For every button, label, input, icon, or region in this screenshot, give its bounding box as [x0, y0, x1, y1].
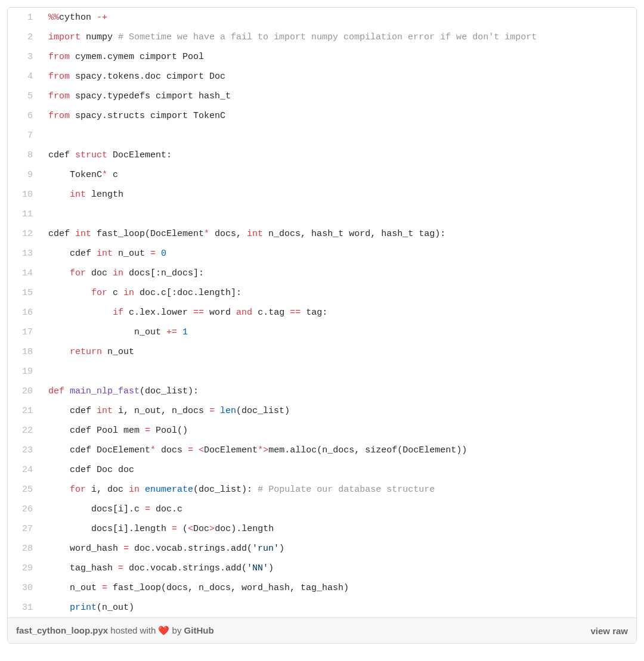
code-token: # Sometime we have a fail to import nump… — [118, 32, 537, 42]
line-number[interactable]: 31 — [8, 598, 41, 617]
code-token: = — [118, 563, 123, 573]
code-line: cdef Doc doc — [41, 460, 636, 480]
view-raw-link[interactable]: view raw — [590, 626, 628, 636]
code-token: 'run' — [252, 544, 279, 554]
code-token: print — [70, 603, 97, 613]
code-token: c — [107, 170, 118, 180]
code-token: # Populate our database structure — [258, 485, 435, 495]
line-number[interactable]: 18 — [8, 342, 41, 362]
line-number[interactable]: 10 — [8, 185, 41, 204]
code-token: doc.c[:doc.length]: — [134, 288, 242, 298]
line-number[interactable]: 23 — [8, 440, 41, 460]
code-token — [48, 308, 113, 318]
line-number[interactable]: 26 — [8, 499, 41, 519]
code-token — [48, 347, 70, 357]
line-number[interactable]: 6 — [8, 106, 41, 126]
code-line: import numpy # Sometime we have a fail t… — [41, 27, 636, 47]
hosted-with-text: hosted with — [108, 625, 158, 635]
code-token: ) — [279, 544, 284, 554]
code-row: 19 — [8, 362, 636, 381]
line-number[interactable]: 22 — [8, 421, 41, 440]
line-number[interactable]: 12 — [8, 224, 41, 244]
code-line: cdef Pool mem = Pool() — [41, 421, 636, 440]
code-token: 0 — [161, 249, 166, 259]
code-token: 1 — [182, 327, 188, 337]
line-number[interactable]: 3 — [8, 47, 41, 67]
filename-link[interactable]: fast_cython_loop.pyx — [16, 625, 108, 635]
line-number[interactable]: 1 — [8, 8, 41, 27]
line-number[interactable]: 7 — [8, 126, 41, 145]
code-token: docs, — [209, 229, 247, 239]
code-token: i, n_out, n_docs — [113, 406, 209, 416]
code-token: spacy.tokens.doc cimport Doc — [70, 72, 225, 82]
line-number[interactable]: 4 — [8, 67, 41, 86]
line-number[interactable]: 17 — [8, 322, 41, 342]
line-number[interactable]: 15 — [8, 283, 41, 303]
code-line: cdef int fast_loop(DocElement* docs, int… — [41, 224, 636, 244]
line-number[interactable]: 27 — [8, 519, 41, 539]
line-number[interactable]: 24 — [8, 460, 41, 480]
line-number[interactable]: 28 — [8, 539, 41, 558]
line-number[interactable]: 13 — [8, 244, 41, 263]
code-token: docs[:n_docs]: — [123, 268, 204, 278]
code-table: 1%%cython -+2import numpy # Sometime we … — [8, 8, 636, 617]
line-number[interactable]: 29 — [8, 558, 41, 578]
code-token: doc.vocab.strings.add( — [123, 563, 247, 573]
line-number[interactable]: 21 — [8, 401, 41, 421]
heart-icon: ❤️ — [158, 625, 169, 635]
code-gist: 1%%cython -+2import numpy # Sometime we … — [7, 7, 637, 644]
code-token: c — [107, 288, 123, 298]
code-line: %%cython -+ — [41, 8, 636, 27]
code-row: 15 for c in doc.c[:doc.length]: — [8, 283, 636, 303]
code-token: * — [102, 170, 107, 180]
line-number[interactable]: 20 — [8, 381, 41, 401]
code-token: doc.c — [150, 504, 182, 514]
code-token: from — [48, 111, 70, 121]
code-token — [177, 327, 182, 337]
gist-meta-bar: fast_cython_loop.pyx hosted with ❤️ by G… — [8, 617, 636, 643]
code-token: Doc — [193, 524, 209, 534]
code-token: = — [102, 583, 107, 593]
code-token: cython — [59, 13, 97, 23]
code-line: cdef int n_out = 0 — [41, 244, 636, 263]
code-token: for — [70, 485, 86, 495]
line-number[interactable]: 14 — [8, 263, 41, 283]
code-row: 23 cdef DocElement* docs = <DocElement*>… — [8, 440, 636, 460]
line-number[interactable]: 25 — [8, 480, 41, 499]
code-token: and — [236, 308, 252, 318]
line-number[interactable]: 19 — [8, 362, 41, 381]
code-token: word — [204, 308, 236, 318]
code-row: 29 tag_hash = doc.vocab.strings.add('NN'… — [8, 558, 636, 578]
host-link[interactable]: GitHub — [184, 625, 214, 635]
code-token: def — [48, 386, 64, 396]
code-token: > — [209, 524, 215, 534]
line-number[interactable]: 11 — [8, 204, 41, 224]
code-token: word_hash — [48, 544, 123, 554]
code-line: n_out += 1 — [41, 322, 636, 342]
line-number[interactable]: 2 — [8, 27, 41, 47]
code-row: 13 cdef int n_out = 0 — [8, 244, 636, 263]
code-row: 22 cdef Pool mem = Pool() — [8, 421, 636, 440]
code-token: n_out — [48, 583, 102, 593]
code-token: == — [193, 308, 204, 318]
code-token: from — [48, 72, 70, 82]
line-number[interactable]: 5 — [8, 86, 41, 106]
code-row: 2import numpy # Sometime we have a fail … — [8, 27, 636, 47]
code-token: int — [247, 229, 263, 239]
code-row: 28 word_hash = doc.vocab.strings.add('ru… — [8, 539, 636, 558]
line-number[interactable]: 30 — [8, 578, 41, 598]
line-number[interactable]: 9 — [8, 165, 41, 185]
code-token: TokenC — [48, 170, 102, 180]
code-token: int — [70, 190, 86, 200]
code-token: in — [123, 288, 134, 298]
code-row: 24 cdef Doc doc — [8, 460, 636, 480]
line-number[interactable]: 16 — [8, 303, 41, 322]
code-token: from — [48, 91, 70, 101]
code-line: n_out = fast_loop(docs, n_docs, word_has… — [41, 578, 636, 598]
line-number[interactable]: 8 — [8, 145, 41, 165]
code-token: doc.vocab.strings.add( — [129, 544, 252, 554]
code-token: (doc_list): — [140, 386, 199, 396]
code-token — [48, 190, 70, 200]
code-token: * — [150, 445, 156, 455]
code-token: main_nlp_fast — [70, 386, 140, 396]
